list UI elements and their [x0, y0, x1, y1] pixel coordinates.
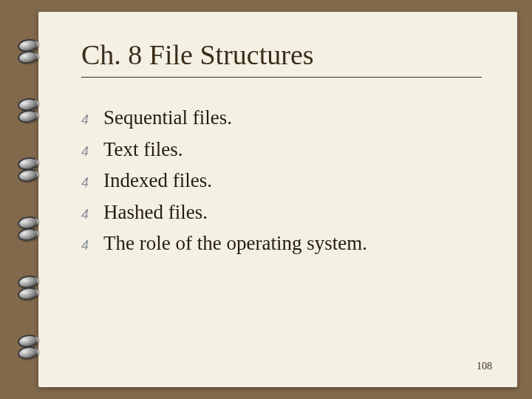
bullet-text: Indexed files.: [103, 166, 212, 196]
slide-title: Ch. 8 File Structures: [81, 38, 482, 71]
list-item: 4 The role of the operating system.: [81, 228, 482, 259]
bullet-text: Hashed files.: [103, 197, 208, 228]
checkmark-icon: 4: [81, 173, 95, 193]
bullet-list: 4 Sequential files. 4 Text files. 4 Inde…: [81, 103, 482, 259]
bullet-text: Sequential files.: [103, 103, 232, 133]
slide-background: Ch. 8 File Structures 4 Sequential files…: [0, 0, 532, 399]
checkmark-icon: 4: [81, 110, 95, 130]
list-item: 4 Hashed files.: [81, 197, 482, 228]
page-number: 108: [477, 361, 492, 372]
list-item: 4 Text files.: [81, 134, 482, 165]
checkmark-icon: 4: [81, 205, 95, 225]
binder-rings: [16, 22, 46, 377]
bullet-text: Text files.: [103, 134, 183, 165]
checkmark-icon: 4: [81, 142, 95, 162]
paper-sheet: Ch. 8 File Structures 4 Sequential files…: [38, 12, 517, 387]
list-item: 4 Sequential files.: [81, 103, 482, 133]
title-underline: [81, 77, 482, 78]
checkmark-icon: 4: [81, 236, 95, 256]
list-item: 4 Indexed files.: [81, 166, 482, 196]
bullet-text: The role of the operating system.: [103, 228, 367, 259]
